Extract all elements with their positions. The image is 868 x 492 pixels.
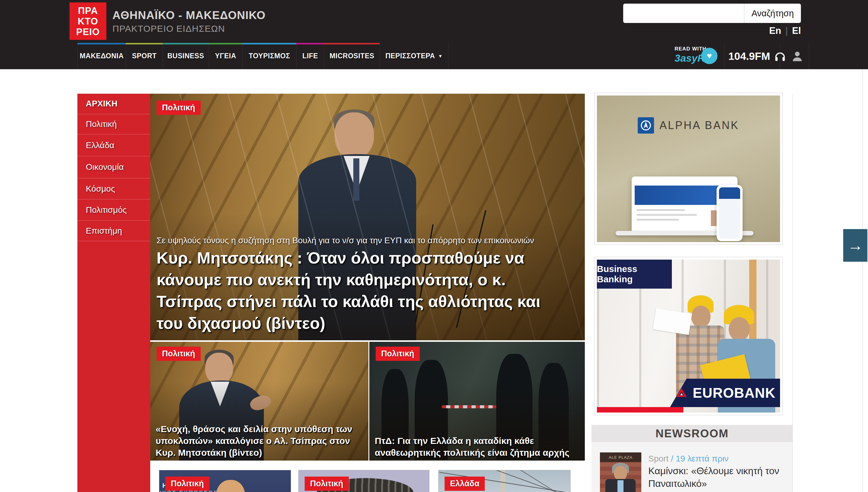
card-category-badge[interactable]: Ελλάδα [445, 476, 485, 491]
nav-item-business[interactable]: BUSINESS [163, 43, 208, 69]
alpha-bank-logo-icon [638, 117, 654, 133]
article-category-badge[interactable]: Πολιτική [376, 347, 420, 361]
page-edge-line [862, 69, 863, 492]
nav-divider [724, 43, 724, 69]
nav-item-sport[interactable]: SPORT [126, 43, 163, 69]
article-headline: αναθεωρητικής πολιτικής είναι ζήτημα αρχ… [375, 448, 569, 458]
logo-line: ΚΤΟ [78, 16, 98, 27]
site-header: ΠΡΑ ΚΤΟ ΡΕΙΟ ΑΘΗΝΑΪΚΟ - ΜΑΚΕΔΟΝΙΚΟ ΠΡΑΚΤ… [0, 0, 868, 43]
news-timestamp: 19 λεπτά πριν [676, 454, 729, 463]
brand-title: ΑΘΗΝΑΪΚΟ - ΜΑΚΕΔΟΝΙΚΟ [113, 9, 266, 22]
next-slide-button[interactable]: → [843, 229, 867, 262]
nav-item-life[interactable]: LIFE [296, 43, 324, 69]
nav-item-ygeia[interactable]: ΥΓΕΙΑ [208, 43, 242, 69]
hero-article[interactable]: Πολιτική Σε υψηλούς τόνους η συζήτηση στ… [150, 94, 585, 340]
card-category-badge[interactable]: Πολιτική [165, 476, 209, 491]
nav-item-perissotera[interactable]: ΠΕΡΙΣΣΟΤΕΡΑ ▼ [379, 43, 448, 69]
newsroom-item-headline[interactable]: Παναιτωλικό» [648, 478, 707, 489]
amna-homepage: ΠΡΑ ΚΤΟ ΡΕΙΟ ΑΘΗΝΑΪΚΟ - ΜΑΚΕΔΟΝΙΚΟ ΠΡΑΚΤ… [0, 0, 868, 492]
article-headline: υποκλοπών» καταλόγισε ο Αλ. Τσίπρας στον [156, 436, 350, 446]
chevron-down-icon: ▼ [438, 53, 443, 59]
hero-kicker: Σε υψηλούς τόνους η συζήτηση στη Βουλή γ… [156, 236, 534, 245]
nav-divider [809, 43, 809, 69]
newsroom-header: NEWSROOM [592, 425, 793, 442]
lang-en[interactable]: En [769, 25, 781, 36]
newsroom-item-meta: Sport/19 λεπτά πριν [648, 454, 729, 464]
logo-line: ΠΡΑ [78, 5, 98, 16]
article-headline: «Ενοχή, θράσος και δειλία στην υπόθεση τ… [156, 424, 352, 434]
hero-headline: Τσίπρας στήνει πάλι το καλάθι της αθλιότ… [156, 292, 540, 311]
sidebar-item-oikonomia[interactable]: Οικονομία [77, 156, 150, 178]
nav-divider [780, 43, 780, 69]
article-category-badge[interactable]: Πολιτική [156, 347, 201, 361]
site-logo[interactable]: ΠΡΑ ΚΤΟ ΡΕΙΟ [70, 2, 106, 40]
sidebar-item-politismos[interactable]: Πολιτισμός [77, 199, 150, 221]
arrow-right-icon: → [847, 236, 863, 254]
nav-item-makedonia[interactable]: ΜΑΚΕΔΟΝΙΑ [77, 43, 126, 69]
search-button[interactable]: Αναζήτηση [744, 4, 801, 23]
nav-stripe [208, 43, 243, 44]
newsroom-item-thumbnail[interactable]: ALE PLAZA [600, 452, 641, 492]
user-account-button[interactable] [786, 43, 809, 69]
newsroom-item-headline[interactable]: Καμίνσκι: «Θέλουμε νικητή τον [648, 465, 779, 476]
alpha-bank-ad[interactable]: ALPHA BANK [594, 93, 783, 245]
eurobank-ad[interactable]: Business Banking EUROBANK [594, 257, 783, 415]
card-article-politiki-1[interactable]: Η ΙΚΟΣ ΕΚΠΡΟΣΩΠΟΣ Πολιτική [159, 470, 291, 492]
content-right-border [792, 94, 793, 492]
nav-stripe [324, 43, 380, 44]
nav-stripe [77, 43, 126, 44]
brand-subtitle: ΠΡΑΚΤΟΡΕΙΟ ΕΙΔΗΣΕΩΝ [113, 24, 225, 34]
language-switcher: En|El [719, 25, 801, 36]
radio-station-link[interactable]: 104.9FM [728, 43, 786, 69]
nav-item-tourismos[interactable]: ΤΟΥΡΙΣΜΟΣ [242, 43, 296, 69]
hero-category-badge[interactable]: Πολιτική [156, 101, 201, 115]
nav-items: ΜΑΚΕΔΟΝΙΑ SPORT BUSINESS ΥΓΕΙΑ ΤΟΥΡΙΣΜΟΣ… [77, 43, 448, 69]
thumb-sign: ALE PLAZA [600, 452, 641, 462]
card-category-badge[interactable]: Πολιτική [305, 476, 349, 491]
card-article-ellada[interactable]: Ελλάδα [438, 470, 571, 492]
eurobank-banner: EUROBANK [670, 379, 780, 407]
business-banking-tag: Business Banking [597, 260, 672, 289]
3asyr-heart-icon[interactable]: ♥ [701, 48, 718, 64]
alpha-bank-brand: ALPHA BANK [660, 119, 739, 132]
nav-stripe [242, 43, 297, 44]
sub-article-tsipras[interactable]: Πολιτική «Ενοχή, θράσος και δειλία στην … [150, 342, 368, 461]
hero-headline: Κυρ. Μητσοτάκης : Όταν όλοι προσπαθούμε … [156, 248, 524, 267]
user-icon [791, 50, 804, 63]
logo-line: ΡΕΙΟ [76, 27, 100, 37]
nav-stripe [126, 43, 163, 44]
sub-article-ptd[interactable]: Πολιτική ΠτΔ: Για την Ελλάδα η καταδίκη … [369, 342, 585, 461]
sidebar-item-kosmos[interactable]: Κόσμος [77, 178, 150, 199]
headphones-icon [774, 50, 786, 63]
nav-item-microsites[interactable]: MICROSITES [324, 43, 379, 69]
nav-stripe [163, 43, 209, 44]
news-category[interactable]: Sport [648, 454, 669, 463]
card-article-politiki-2[interactable]: Πολιτική [298, 470, 429, 492]
nav-stripe [296, 43, 324, 44]
search-bar: Αναζήτηση [623, 4, 801, 23]
lang-separator: | [781, 25, 792, 36]
lang-el[interactable]: El [792, 25, 801, 36]
sidebar-item-politiki[interactable]: Πολιτική [77, 114, 150, 134]
hero-headline: του διχασμού (βίντεο) [156, 314, 325, 333]
phone-mockup [717, 185, 743, 241]
sidebar-item-arxiki[interactable]: ΑΡΧΙΚΗ [77, 94, 150, 114]
sidebar-item-ellada[interactable]: Ελλάδα [77, 134, 150, 156]
search-input[interactable] [623, 4, 744, 23]
hero-headline: κάνουμε πιο ανεκτή την καθημερινότητα, ο… [156, 270, 505, 289]
article-headline: ΠτΔ: Για την Ελλάδα η καταδίκη κάθε [375, 436, 534, 446]
article-headline: Κυρ. Μητσοτάκη (βίντεο) [156, 448, 262, 458]
eurobank-brand: EUROBANK [693, 385, 775, 401]
sidebar-item-epistimi[interactable]: Επιστήμη [77, 221, 150, 241]
category-sidebar: ΑΡΧΙΚΗ Πολιτική Ελλάδα Οικονομία Κόσμος … [77, 94, 150, 492]
